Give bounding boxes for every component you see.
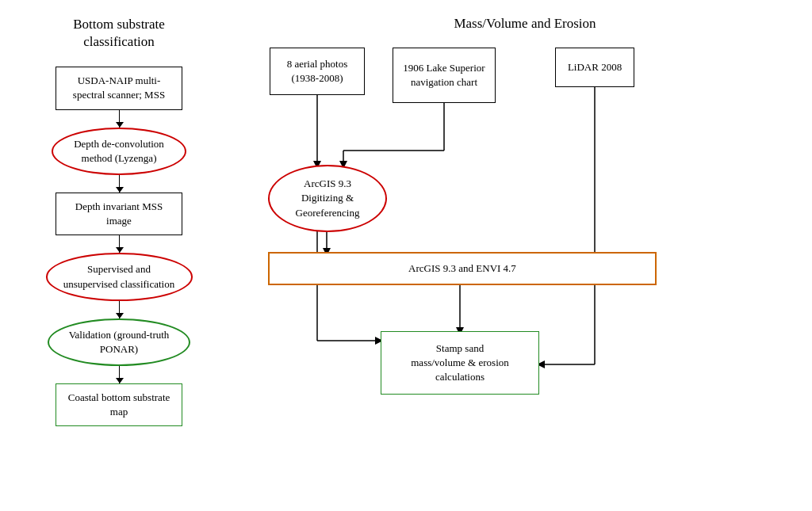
nav-chart-box: 1906 Lake Superior navigation chart <box>393 48 496 103</box>
depth-conv-oval: Depth de-convolution method (Lyzenga) <box>52 128 186 175</box>
diagram-container: Bottom substrate classification USDA-NAI… <box>0 0 812 511</box>
left-flow: USDA-NAIP multi-spectral scanner; MSS De… <box>0 67 238 426</box>
validation-oval: Validation (ground-truth PONAR) <box>48 318 190 366</box>
left-section: Bottom substrate classification USDA-NAI… <box>0 8 238 503</box>
arcgis-digitize-oval: ArcGIS 9.3 Digitizing & Georeferencing <box>268 165 387 232</box>
right-section: Mass/Volume and Erosion <box>238 8 812 503</box>
naip-box: USDA-NAIP multi-spectral scanner; MSS <box>56 67 182 109</box>
arrow-1 <box>119 110 120 128</box>
arrow-2 <box>119 175 120 193</box>
supervised-oval: Supervised and unsupervised classificati… <box>46 253 193 300</box>
lidar-box: LiDAR 2008 <box>555 48 634 87</box>
depth-inv-box: Depth invariant MSS image <box>56 193 182 235</box>
aerial-box: 8 aerial photos (1938-2008) <box>270 48 365 95</box>
arcgis-envi-box: ArcGIS 9.3 and ENVI 4.7 <box>268 252 657 285</box>
left-title: Bottom substrate classification <box>73 16 165 51</box>
right-diagram: 8 aerial photos (1938-2008) 1906 Lake Su… <box>254 48 796 491</box>
coastal-box: Coastal bottom substrate map <box>56 383 182 426</box>
arrow-3 <box>119 235 120 253</box>
arrow-4 <box>119 301 120 318</box>
right-title: Mass/Volume and Erosion <box>254 16 796 32</box>
stamp-sand-box: Stamp sand mass/volume & erosion calcula… <box>381 331 539 395</box>
arrow-5 <box>119 366 120 383</box>
